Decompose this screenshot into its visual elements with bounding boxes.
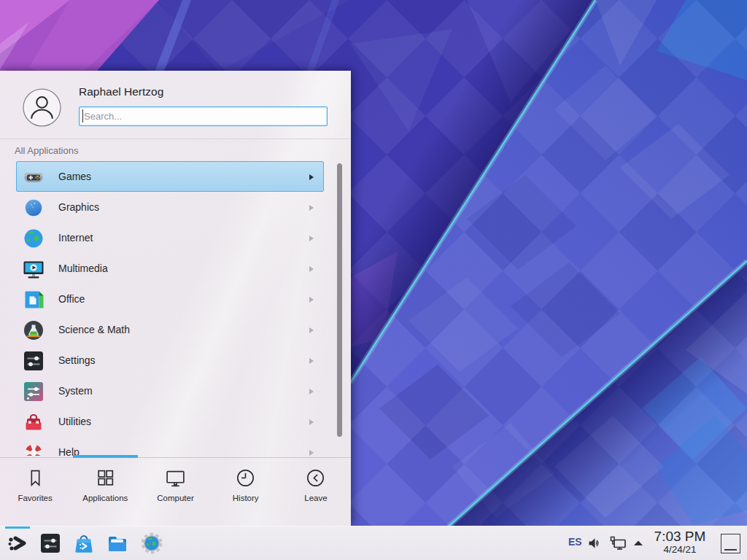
search-input[interactable] [79,106,328,126]
category-games[interactable]: Games [16,161,324,192]
user-avatar[interactable] [23,88,61,127]
volume-icon[interactable] [587,536,602,551]
section-label: All Applications [15,145,78,156]
clock-time: 7:03 PM [646,529,713,544]
help-lifebuoy-icon [22,441,45,456]
category-graphics[interactable]: Graphics [16,192,324,222]
launcher-tabbar: Favorites Applications Computer [0,458,351,526]
submenu-arrow-icon [309,266,314,272]
category-system[interactable]: System [16,376,324,406]
bookmark-icon [25,467,46,489]
settings-sliders-icon [22,349,45,373]
category-multimedia[interactable]: Multimedia [16,253,324,284]
submenu-arrow-icon [309,236,314,241]
history-clock-icon [235,467,256,489]
gamepad-icon [22,166,45,189]
tab-computer[interactable]: Computer [140,458,210,526]
submenu-arrow-icon [309,419,314,425]
category-settings[interactable]: Settings [16,345,324,376]
submenu-arrow-icon [309,174,314,180]
web-browser-icon[interactable] [140,532,163,555]
utilities-toolbox-icon [22,411,45,434]
launcher-active-indicator [5,526,30,529]
media-screen-icon [22,257,45,281]
application-launcher-menu: Raphael Hertzog All Applications Games [0,71,351,526]
category-internet[interactable]: Internet [16,222,324,253]
science-flask-icon [22,319,45,342]
apps-grid-icon [95,467,116,489]
list-scrollbar[interactable] [337,163,342,437]
submenu-arrow-icon [309,358,314,364]
system-sliders-icon [22,380,45,403]
globe-icon [22,227,45,250]
keyboard-layout-indicator[interactable]: ES [568,536,582,548]
submenu-arrow-icon [309,327,314,333]
office-document-icon [22,288,45,311]
leave-icon [305,467,326,489]
show-desktop-button[interactable] [721,534,740,553]
system-settings-icon[interactable] [39,532,62,555]
network-icon[interactable] [610,536,627,551]
category-office[interactable]: Office [16,284,324,314]
file-manager-icon[interactable] [106,532,129,555]
submenu-arrow-icon [309,389,314,394]
tab-leave[interactable]: Leave [281,458,351,526]
submenu-arrow-icon [309,297,314,303]
digital-clock[interactable]: 7:03 PM 4/24/21 [646,529,713,556]
expand-tray-icon[interactable] [632,536,645,551]
submenu-arrow-icon [309,205,314,211]
taskbar: ES 7:03 PM 4/24/21 [0,526,747,560]
user-name: Raphael Hertzog [79,85,163,98]
discover-icon[interactable] [72,532,96,555]
tab-favorites[interactable]: Favorites [0,458,70,526]
graphics-sphere-icon [22,196,45,219]
category-science-math[interactable]: Science & Math [16,314,324,345]
category-utilities[interactable]: Utilities [16,406,324,437]
header-divider [0,139,351,139]
text-cursor [82,109,83,122]
category-list: Games Graphics Internet [0,158,351,456]
computer-monitor-icon [165,467,186,489]
app-launcher-icon[interactable] [6,532,29,555]
tab-history[interactable]: History [211,458,281,526]
clock-date: 4/24/21 [646,544,713,556]
category-help[interactable]: Help [16,437,324,456]
tab-applications[interactable]: Applications [70,458,140,526]
submenu-arrow-icon [309,450,314,456]
